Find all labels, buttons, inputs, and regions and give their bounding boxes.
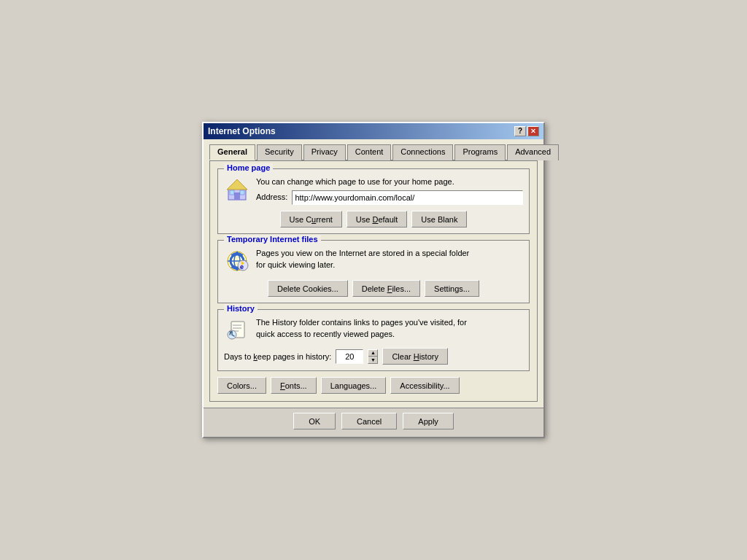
tab-content[interactable]: Content	[347, 144, 392, 160]
home-page-body: You can change which page to use for you…	[224, 176, 523, 205]
svg-marker-1	[227, 179, 247, 190]
spinner-down-button[interactable]: ▼	[368, 357, 377, 363]
tab-advanced[interactable]: Advanced	[507, 144, 559, 160]
temp-files-buttons: Delete Cookies... Delete Files... Settin…	[224, 280, 523, 297]
bottom-buttons: Colors... Fonts... Languages... Accessib…	[217, 377, 530, 394]
accessibility-button[interactable]: Accessibility...	[390, 377, 459, 394]
fonts-button[interactable]: Fonts...	[271, 377, 317, 394]
svg-rect-12	[233, 327, 241, 329]
history-body: The History folder contains links to pag…	[224, 317, 523, 343]
history-icon	[224, 317, 250, 343]
temp-files-body: e Pages you view on the Internet are sto…	[224, 248, 523, 274]
history-title: History	[224, 304, 258, 313]
use-current-button[interactable]: Use Current	[280, 211, 342, 228]
title-bar-text: Internet Options	[208, 126, 276, 136]
history-svg	[225, 319, 249, 342]
clear-history-button[interactable]: Clear History	[382, 348, 448, 365]
history-description: The History folder contains links to pag…	[256, 317, 523, 340]
spinner-up-button[interactable]: ▲	[368, 350, 377, 357]
colors-button[interactable]: Colors...	[217, 377, 266, 394]
days-label: Days to keep pages in history:	[224, 352, 331, 361]
title-bar: Internet Options ? ✕	[204, 123, 543, 139]
temp-files-section: Temporary Internet files e	[217, 240, 530, 303]
help-button[interactable]: ?	[514, 126, 526, 136]
address-label: Address:	[256, 192, 287, 203]
tab-content-area: Home page You can change which page to u…	[209, 161, 538, 402]
dialog-content: General Security Privacy Content Connect…	[204, 139, 543, 408]
ie-svg: e	[225, 249, 249, 273]
use-blank-button[interactable]: Use Blank	[411, 211, 467, 228]
delete-cookies-button[interactable]: Delete Cookies...	[268, 280, 348, 297]
history-controls: Days to keep pages in history: ▲ ▼ Clear…	[224, 348, 523, 365]
tab-programs[interactable]: Programs	[454, 144, 506, 160]
svg-rect-11	[233, 324, 241, 326]
languages-button[interactable]: Languages...	[321, 377, 387, 394]
temp-files-title: Temporary Internet files	[224, 235, 321, 244]
internet-options-dialog: Internet Options ? ✕ General Security Pr…	[202, 122, 545, 438]
ie-icon: e	[224, 248, 250, 274]
dialog-title: Internet Options	[208, 126, 276, 136]
spinner-arrows: ▲ ▼	[368, 349, 378, 364]
close-button[interactable]: ✕	[527, 126, 539, 136]
svg-rect-2	[234, 192, 240, 200]
days-input[interactable]	[336, 349, 363, 364]
use-default-button[interactable]: Use Default	[347, 211, 408, 228]
dialog-footer: OK Cancel Apply	[204, 408, 543, 437]
title-bar-controls: ? ✕	[514, 126, 539, 136]
tab-connections[interactable]: Connections	[392, 144, 453, 160]
svg-rect-3	[230, 190, 234, 195]
history-section: History	[217, 309, 530, 371]
tab-security[interactable]: Security	[257, 144, 302, 160]
address-input[interactable]	[292, 190, 523, 205]
apply-button[interactable]: Apply	[403, 413, 454, 429]
home-page-title: Home page	[224, 163, 273, 172]
home-page-section: Home page You can change which page to u…	[217, 168, 530, 234]
tab-bar: General Security Privacy Content Connect…	[209, 144, 538, 161]
delete-files-button[interactable]: Delete Files...	[352, 280, 420, 297]
cancel-button[interactable]: Cancel	[341, 413, 397, 429]
tab-general[interactable]: General	[209, 144, 255, 160]
temp-files-description: Pages you view on the Internet are store…	[256, 248, 523, 271]
home-page-buttons: Use Current Use Default Use Blank	[224, 211, 523, 228]
house-svg	[225, 178, 249, 201]
home-icon	[224, 176, 250, 203]
address-row: Address:	[256, 190, 523, 205]
home-page-description: You can change which page to use for you…	[256, 176, 523, 187]
settings-button[interactable]: Settings...	[425, 280, 479, 297]
tab-privacy[interactable]: Privacy	[303, 144, 346, 160]
ok-button[interactable]: OK	[293, 413, 336, 429]
svg-rect-4	[240, 190, 244, 195]
